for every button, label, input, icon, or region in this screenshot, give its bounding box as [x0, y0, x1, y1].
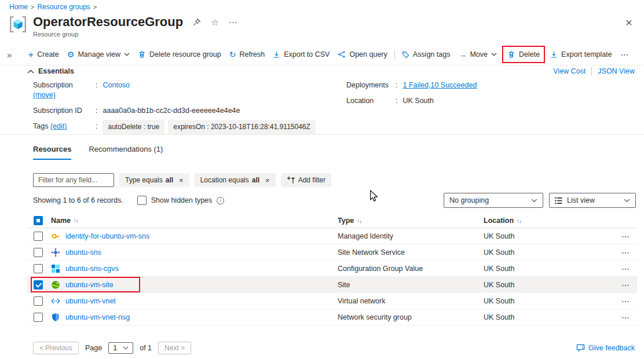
refresh-label: Refresh — [239, 50, 265, 58]
manage-view-button[interactable]: ⚙ Manage view — [63, 47, 134, 62]
tags-edit-link[interactable]: (edit) — [50, 122, 67, 130]
separator-colon: : — [96, 122, 97, 131]
add-filter-button[interactable]: Add filter — [281, 173, 331, 187]
resource-name-link[interactable]: ubuntu-vm-vnet — [65, 297, 116, 305]
close-icon[interactable]: × — [625, 16, 632, 28]
row-more-icon[interactable]: ⋯ — [614, 296, 637, 306]
resource-type: Managed Identity — [338, 232, 484, 240]
move-button[interactable]: → Move — [454, 47, 501, 62]
view-cost-link[interactable]: View Cost — [553, 67, 586, 75]
filter-input[interactable] — [33, 173, 114, 187]
filter-pill-location[interactable]: Location equals all × — [195, 173, 276, 187]
previous-page-button[interactable]: < Previous — [33, 342, 79, 354]
records-count-text: Showing 1 to 6 of 6 records. — [33, 196, 123, 204]
pin-icon[interactable] — [193, 18, 201, 26]
page-title: OperatorResourceGroup — [33, 14, 183, 30]
deployments-value-link[interactable]: 1 Failed,10 Succeeded — [402, 80, 477, 90]
expand-pane-icon[interactable]: » — [7, 50, 12, 60]
resource-name-link[interactable]: identity-for-ubuntu-vm-sns — [65, 232, 149, 240]
row-more-icon[interactable]: ⋯ — [614, 248, 637, 257]
column-header-type[interactable]: Type↑↓ — [338, 217, 484, 225]
arrow-right-icon: → — [458, 50, 466, 58]
assign-tags-button[interactable]: Assign tags — [398, 47, 455, 62]
resource-name-link[interactable]: ubuntu-vm-site — [65, 281, 114, 289]
tab-resources[interactable]: Resources — [33, 145, 71, 160]
essentials-left-column: Subscription (move) : Contoso Subscripti… — [33, 80, 325, 140]
column-header-name[interactable]: Name↑↓ — [51, 217, 338, 225]
breadcrumb-resource-groups-link[interactable]: Resource groups — [37, 3, 90, 11]
row-checkbox[interactable] — [34, 264, 43, 273]
export-csv-button[interactable]: Export to CSV — [269, 47, 334, 62]
configuration-group-value-icon — [51, 264, 60, 273]
favorite-star-icon[interactable]: ☆ — [211, 18, 218, 27]
table-row[interactable]: ubuntu-vm-site Site UK South ⋯ — [27, 277, 637, 293]
refresh-button[interactable]: ↻ Refresh — [225, 47, 269, 62]
resource-type: Virtual network — [338, 297, 484, 305]
delete-button[interactable]: Delete — [503, 47, 544, 62]
page-select[interactable]: 1 — [108, 342, 133, 354]
delete-highlight-box: Delete — [502, 46, 545, 63]
sort-icon: ↑↓ — [74, 217, 78, 224]
info-icon[interactable]: i — [217, 197, 224, 204]
row-more-icon[interactable]: ⋯ — [614, 313, 637, 322]
chevron-up-icon[interactable] — [27, 69, 34, 74]
select-all-checkbox[interactable] — [34, 216, 43, 225]
resource-name-link[interactable]: ubuntu-sns-cgvs — [65, 265, 119, 273]
table-row[interactable]: ubuntu-sns-cgvs Configuration Group Valu… — [27, 261, 637, 277]
trash-icon — [138, 50, 146, 58]
virtual-network-icon — [51, 296, 60, 306]
table-row[interactable]: identity-for-ubuntu-vm-sns Managed Ident… — [27, 228, 637, 244]
next-page-button[interactable]: Next > — [158, 342, 191, 354]
row-more-icon[interactable]: ⋯ — [614, 232, 637, 241]
tab-bar: Resources Recommendations (1) — [33, 145, 163, 160]
json-view-link[interactable]: JSON View — [598, 67, 635, 75]
table-row[interactable]: ubuntu-vm-vnet-nsg Network security grou… — [27, 309, 637, 325]
tag-pill[interactable]: autoDelete : true — [103, 120, 164, 134]
filter-pill-type[interactable]: Type equals all × — [119, 173, 189, 187]
delete-resource-group-button[interactable]: Delete resource group — [134, 47, 225, 62]
open-query-button[interactable]: Open query — [334, 47, 391, 62]
remove-filter-icon[interactable]: × — [265, 176, 270, 185]
chevron-down-icon — [123, 346, 129, 350]
column-header-location[interactable]: Location↑↓ — [484, 217, 614, 225]
essentials-heading: Essentials — [38, 67, 74, 75]
subscription-move-link[interactable]: (move) — [33, 91, 56, 99]
trash-icon — [507, 50, 515, 58]
row-checkbox[interactable] — [34, 232, 43, 241]
move-label: Move — [470, 50, 488, 58]
subscription-value-link[interactable]: Contoso — [103, 80, 130, 90]
subscription-id-label: Subscription ID — [33, 106, 96, 116]
breadcrumb: Home>Resource groups> — [9, 3, 100, 11]
row-checkbox[interactable] — [34, 313, 43, 322]
table-row[interactable]: ubuntu-sns Site Network Service UK South… — [27, 244, 637, 261]
create-button[interactable]: + Create — [24, 47, 63, 62]
title-block: OperatorResourceGroup ☆ ⋯ Resource group — [33, 14, 237, 38]
view-dropdown[interactable]: List view — [549, 193, 636, 208]
filter-bar: Type equals all × Location equals all × … — [33, 173, 331, 187]
tab-recommendations[interactable]: Recommendations (1) — [89, 145, 163, 160]
toolbar-overflow-icon[interactable]: ⋯ — [616, 50, 634, 59]
show-hidden-checkbox[interactable] — [137, 196, 147, 205]
table-row[interactable]: ubuntu-vm-vnet Virtual network UK South … — [27, 293, 637, 309]
resource-name-link[interactable]: ubuntu-vm-vnet-nsg — [65, 313, 130, 321]
status-bar: Showing 1 to 6 of 6 records. Show hidden… — [33, 193, 636, 208]
row-checkbox[interactable] — [34, 296, 43, 306]
breadcrumb-home-link[interactable]: Home — [9, 3, 28, 11]
resource-name-link[interactable]: ubuntu-sns — [65, 248, 101, 257]
resources-table: Name↑↓ Type↑↓ Location↑↓ identity-for-ub… — [27, 213, 637, 325]
manage-view-label: Manage view — [78, 50, 120, 58]
grouping-dropdown[interactable]: No grouping — [444, 193, 543, 208]
header-more-icon[interactable]: ⋯ — [229, 18, 237, 27]
essentials-links: View Cost JSON View — [553, 67, 635, 75]
remove-filter-icon[interactable]: × — [179, 176, 184, 185]
feedback-icon — [576, 344, 585, 352]
row-more-icon[interactable]: ⋯ — [614, 280, 637, 290]
grouping-value: No grouping — [449, 196, 489, 204]
row-checkbox[interactable] — [34, 280, 43, 290]
give-feedback-link[interactable]: Give feedback — [576, 344, 635, 352]
tag-pill[interactable]: expiresOn : 2023-10-18T16:28:41.9115046Z — [168, 120, 316, 134]
row-checkbox[interactable] — [34, 248, 43, 257]
chevron-down-icon — [124, 53, 130, 56]
export-template-button[interactable]: Export template — [546, 47, 616, 62]
row-more-icon[interactable]: ⋯ — [614, 264, 637, 273]
